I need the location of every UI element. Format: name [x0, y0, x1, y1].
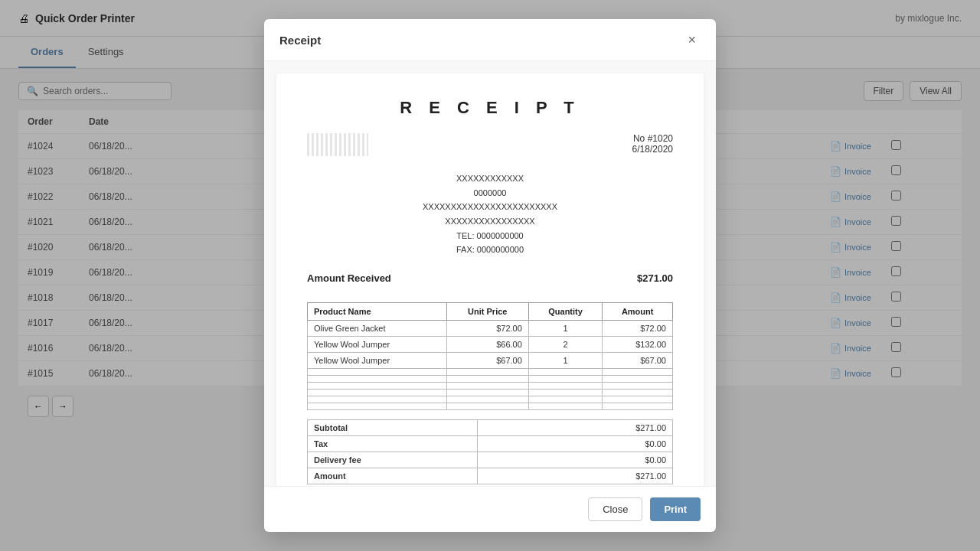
item-unit-price — [446, 396, 528, 403]
item-product — [308, 383, 447, 390]
receipt-line-item — [308, 376, 673, 383]
store-line5: TEL: 0000000000 — [307, 229, 673, 243]
item-quantity — [528, 403, 603, 410]
modal-title: Receipt — [279, 34, 321, 47]
receipt-summary-table: Subtotal $271.00 Tax $0.00 Delivery fee … — [307, 419, 673, 484]
item-quantity — [528, 383, 603, 390]
store-line4: XXXXXXXXXXXXXXXX — [307, 214, 673, 229]
modal-body: R E C E I P T No #1020 6/18/2020 XXXXXXX… — [264, 61, 716, 486]
item-product — [308, 390, 447, 396]
print-button[interactable]: Print — [650, 497, 701, 521]
item-product: Olive Green Jacket — [308, 321, 447, 337]
item-unit-price — [446, 390, 528, 396]
receipt-line-item — [308, 383, 673, 390]
item-unit-price — [446, 403, 528, 410]
receipt-line-item: Yellow Wool Jumper $66.00 2 $132.00 — [308, 337, 673, 353]
modal-header: Receipt × — [264, 19, 716, 61]
receipt-meta-row: No #1020 6/18/2020 — [307, 133, 673, 156]
modal-footer: Close Print — [264, 486, 716, 532]
receipt-no: No #1020 — [632, 133, 673, 144]
item-product — [308, 376, 447, 383]
item-quantity: 2 — [528, 337, 603, 353]
item-quantity — [528, 376, 603, 383]
modal-close-button[interactable]: × — [683, 31, 701, 48]
col-unit-price: Unit Price — [446, 303, 528, 321]
receipt-items-body: Olive Green Jacket $72.00 1 $72.00 Yello… — [308, 321, 673, 410]
tax-value: $0.00 — [478, 436, 673, 452]
subtotal-label: Subtotal — [308, 420, 478, 436]
delivery-fee-value: $0.00 — [478, 452, 673, 468]
item-quantity — [528, 396, 603, 403]
store-line3: XXXXXXXXXXXXXXXXXXXXXXXX — [307, 200, 673, 214]
col-quantity: Quantity — [528, 303, 603, 321]
tax-label: Tax — [308, 436, 478, 452]
receipt-heading: R E C E I P T — [307, 98, 673, 118]
item-unit-price — [446, 376, 528, 383]
summary-subtotal-row: Subtotal $271.00 — [308, 420, 673, 436]
subtotal-value: $271.00 — [478, 420, 673, 436]
receipt-line-item — [308, 403, 673, 410]
receipt-amount-row: Amount Received $271.00 — [307, 272, 673, 287]
receipt-line-item: Yellow Wool Jumper $67.00 1 $67.00 — [308, 353, 673, 369]
item-product: Yellow Wool Jumper — [308, 353, 447, 369]
receipt-logo — [307, 133, 368, 156]
receipt-date: 6/18/2020 — [632, 144, 673, 155]
summary-tax-row: Tax $0.00 — [308, 436, 673, 452]
modal-overlay: Receipt × R E C E I P T No #1020 6/18/20… — [0, 0, 980, 551]
store-line2: 0000000 — [307, 186, 673, 201]
col-product-name: Product Name — [308, 303, 447, 321]
item-quantity — [528, 369, 603, 376]
item-unit-price: $67.00 — [446, 353, 528, 369]
summary-amount-row: Amount $271.00 — [308, 468, 673, 484]
item-unit-price — [446, 383, 528, 390]
item-quantity: 1 — [528, 353, 603, 369]
item-quantity: 1 — [528, 321, 603, 337]
summary-delivery-row: Delivery fee $0.00 — [308, 452, 673, 468]
receipt-line-item — [308, 390, 673, 396]
item-amount: $67.00 — [603, 353, 673, 369]
item-unit-price — [446, 369, 528, 376]
item-unit-price: $66.00 — [446, 337, 528, 353]
item-product — [308, 369, 447, 376]
receipt-line-item: Olive Green Jacket $72.00 1 $72.00 — [308, 321, 673, 337]
total-amount-label: Amount — [308, 468, 478, 484]
store-line1: XXXXXXXXXXXX — [307, 171, 673, 186]
total-amount-value: $271.00 — [478, 468, 673, 484]
receipt-line-item — [308, 369, 673, 376]
receipt-number-block: No #1020 6/18/2020 — [632, 133, 673, 155]
receipt-items-table: Product Name Unit Price Quantity Amount … — [307, 302, 673, 410]
item-amount — [603, 383, 673, 390]
receipt-modal: Receipt × R E C E I P T No #1020 6/18/20… — [264, 19, 716, 532]
store-line6: FAX: 0000000000 — [307, 243, 673, 257]
item-amount: $72.00 — [603, 321, 673, 337]
item-amount: $132.00 — [603, 337, 673, 353]
item-amount — [603, 369, 673, 376]
receipt-line-item — [308, 396, 673, 403]
col-amount: Amount — [603, 303, 673, 321]
amount-received-label: Amount Received — [307, 272, 391, 284]
item-amount — [603, 376, 673, 383]
receipt-store-info: XXXXXXXXXXXX 0000000 XXXXXXXXXXXXXXXXXXX… — [307, 171, 673, 257]
delivery-fee-label: Delivery fee — [308, 452, 478, 468]
item-product — [308, 396, 447, 403]
item-amount — [603, 390, 673, 396]
summary-wrapper: Subtotal $271.00 Tax $0.00 Delivery fee … — [307, 416, 673, 484]
amount-received-value: $271.00 — [637, 272, 673, 284]
item-amount — [603, 403, 673, 410]
item-unit-price: $72.00 — [446, 321, 528, 337]
close-button[interactable]: Close — [588, 497, 642, 521]
item-quantity — [528, 390, 603, 396]
item-product — [308, 403, 447, 410]
item-product: Yellow Wool Jumper — [308, 337, 447, 353]
receipt-paper: R E C E I P T No #1020 6/18/2020 XXXXXXX… — [276, 73, 704, 486]
item-amount — [603, 396, 673, 403]
